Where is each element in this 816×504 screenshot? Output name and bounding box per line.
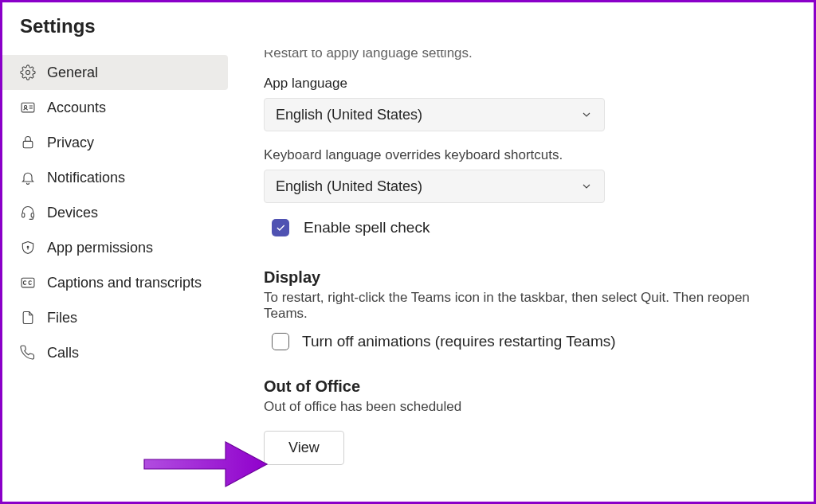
settings-sidebar: General Accounts Privacy Notifications bbox=[2, 52, 228, 502]
spellcheck-label: Enable spell check bbox=[304, 219, 430, 236]
sidebar-item-label: Notifications bbox=[47, 170, 125, 186]
display-heading: Display bbox=[264, 268, 791, 287]
captions-icon bbox=[20, 275, 36, 291]
phone-icon bbox=[20, 345, 36, 361]
keyboard-language-dropdown[interactable]: English (United States) bbox=[264, 170, 605, 203]
sidebar-item-notifications[interactable]: Notifications bbox=[2, 160, 228, 195]
svg-rect-1 bbox=[22, 103, 34, 112]
ooo-status: Out of office has been scheduled bbox=[264, 399, 791, 415]
svg-point-6 bbox=[27, 246, 29, 248]
sidebar-item-general[interactable]: General bbox=[2, 55, 228, 90]
svg-rect-5 bbox=[31, 213, 33, 217]
gear-icon bbox=[20, 64, 36, 80]
svg-point-2 bbox=[24, 106, 26, 108]
settings-main: Restart to apply language settings. App … bbox=[228, 52, 814, 502]
app-language-label: App language bbox=[264, 76, 791, 92]
file-icon bbox=[20, 310, 36, 326]
dropdown-value: English (United States) bbox=[276, 178, 422, 195]
shield-icon bbox=[20, 240, 36, 256]
sidebar-item-app-permissions[interactable]: App permissions bbox=[2, 230, 228, 265]
chevron-down-icon bbox=[580, 108, 593, 121]
bell-icon bbox=[20, 170, 36, 186]
restart-hint-cutoff: Restart to apply language settings. bbox=[264, 50, 791, 64]
svg-point-0 bbox=[26, 71, 30, 75]
dropdown-value: English (United States) bbox=[276, 107, 422, 123]
sidebar-item-label: Accounts bbox=[47, 100, 106, 116]
sidebar-item-label: Files bbox=[47, 310, 77, 326]
sidebar-item-label: Privacy bbox=[47, 135, 94, 151]
spellcheck-checkbox[interactable] bbox=[272, 219, 289, 236]
page-title: Settings bbox=[2, 2, 814, 52]
sidebar-item-privacy[interactable]: Privacy bbox=[2, 125, 228, 160]
headset-icon bbox=[20, 205, 36, 221]
display-desc: To restart, right-click the Teams icon i… bbox=[264, 290, 791, 322]
sidebar-item-label: General bbox=[47, 64, 98, 81]
animations-checkbox[interactable] bbox=[272, 333, 289, 350]
chevron-down-icon bbox=[580, 180, 593, 193]
id-card-icon bbox=[20, 100, 36, 115]
lock-icon bbox=[20, 135, 36, 150]
sidebar-item-accounts[interactable]: Accounts bbox=[2, 90, 228, 125]
sidebar-item-captions[interactable]: Captions and transcripts bbox=[2, 265, 228, 300]
svg-rect-4 bbox=[22, 213, 25, 217]
sidebar-item-devices[interactable]: Devices bbox=[2, 195, 228, 230]
animations-label: Turn off animations (requires restarting… bbox=[302, 333, 616, 350]
app-language-dropdown[interactable]: English (United States) bbox=[264, 98, 605, 131]
keyboard-language-helper: Keyboard language overrides keyboard sho… bbox=[264, 147, 791, 163]
sidebar-item-calls[interactable]: Calls bbox=[2, 335, 228, 370]
sidebar-item-label: Devices bbox=[47, 205, 98, 221]
sidebar-item-files[interactable]: Files bbox=[2, 300, 228, 335]
svg-rect-3 bbox=[23, 141, 33, 147]
sidebar-item-label: Calls bbox=[47, 345, 79, 361]
sidebar-item-label: App permissions bbox=[47, 240, 153, 256]
ooo-heading: Out of Office bbox=[264, 377, 791, 396]
sidebar-item-label: Captions and transcripts bbox=[47, 275, 202, 291]
view-button[interactable]: View bbox=[264, 431, 344, 465]
